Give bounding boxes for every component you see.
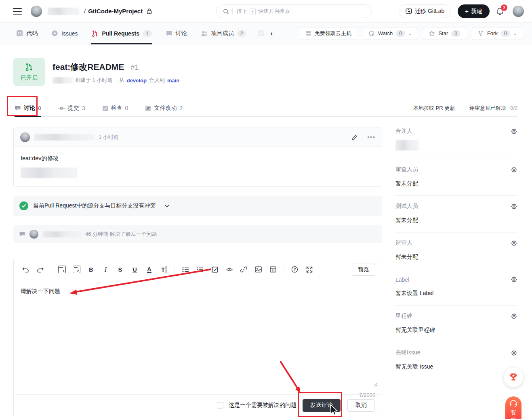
pr-tab-discussion[interactable]: 讨论 0 bbox=[15, 100, 41, 117]
comment-avatar[interactable] bbox=[20, 132, 30, 142]
italic-icon[interactable]: I bbox=[100, 264, 111, 275]
customer-support-floating-button[interactable]: 客服 bbox=[505, 396, 521, 419]
timeline-author-blurred bbox=[42, 231, 81, 237]
new-button[interactable]: + 新建 bbox=[458, 4, 490, 18]
tab-code[interactable]: 代码 bbox=[16, 23, 38, 44]
sidebar-section-assessors: 评审人 暂未分配 bbox=[395, 233, 517, 269]
send-comment-button[interactable]: 发送评论 bbox=[303, 399, 341, 412]
free-cloud-host-button[interactable]: 免费领取云主机 bbox=[300, 27, 357, 40]
timeline-time: 46 分钟前 bbox=[85, 231, 108, 237]
redo-icon[interactable] bbox=[35, 264, 46, 275]
hamburger-menu-icon[interactable] bbox=[13, 8, 22, 15]
font-color-icon[interactable]: A bbox=[144, 264, 155, 275]
notifications-button[interactable]: 3 bbox=[496, 7, 504, 15]
source-branch-link[interactable]: develop bbox=[127, 78, 147, 84]
table-icon[interactable] bbox=[267, 264, 278, 275]
pr-tab-bar: 讨论 0 提交 3 检查 0 文件改动 2 本地拉取 PR 更新 评审意见已解决… bbox=[13, 100, 517, 117]
strikethrough-icon[interactable]: S bbox=[115, 264, 126, 275]
gitcode-pr-page: / GitCode-MyProject 按下 / 快速开启搜索 迁移 GitLa… bbox=[0, 0, 532, 419]
bold-icon[interactable]: B bbox=[86, 264, 97, 275]
code-block-icon[interactable]: </> bbox=[224, 264, 235, 275]
tab-issues[interactable]: Issues bbox=[51, 23, 78, 44]
pr-tab-commits[interactable]: 提交 3 bbox=[58, 100, 85, 117]
assessors-gear-icon[interactable] bbox=[511, 240, 517, 247]
tab-members[interactable]: 项目成员 2 bbox=[201, 23, 246, 44]
more-actions-icon[interactable]: ••• bbox=[367, 134, 375, 141]
trophy-icon bbox=[508, 372, 519, 383]
conflict-expand-chevron-icon[interactable] bbox=[164, 204, 170, 207]
label-gear-icon[interactable] bbox=[511, 276, 517, 283]
sidebar-section-milestone: 里程碑 暂无关联里程碑 bbox=[395, 306, 517, 342]
ordered-list-icon[interactable] bbox=[195, 264, 206, 275]
bullet-list-icon[interactable] bbox=[180, 264, 191, 275]
statistics-icon[interactable] bbox=[257, 30, 265, 37]
timeline-avatar[interactable] bbox=[29, 230, 38, 239]
edit-pencil-icon[interactable] bbox=[351, 134, 358, 140]
file-changes-icon bbox=[145, 105, 151, 111]
needs-resolution-checkbox[interactable] bbox=[217, 402, 223, 409]
check-circle-icon bbox=[19, 201, 28, 210]
milestone-gear-icon[interactable] bbox=[511, 313, 517, 320]
preview-button[interactable]: 预览 bbox=[352, 264, 375, 276]
cancel-button[interactable]: 取消 bbox=[347, 399, 375, 412]
pr-state-badge: 已开启 bbox=[13, 58, 45, 86]
editor-footer: 这是一个需要被解决的问题 发送评论 取消 bbox=[14, 394, 382, 416]
checks-icon bbox=[102, 105, 108, 111]
user-avatar[interactable] bbox=[513, 6, 524, 17]
code-icon bbox=[16, 30, 23, 37]
star-count-badge: 0 bbox=[451, 30, 461, 37]
pr-description-card: 1 小时前 ••• feat:dev的修改 bbox=[13, 128, 382, 187]
resolved-count: 0/0 bbox=[510, 105, 517, 111]
export-icon bbox=[406, 8, 412, 14]
comment-header: 1 小时前 ••• bbox=[14, 128, 382, 147]
heading2-icon[interactable]: 2 bbox=[71, 264, 82, 275]
target-branch-link[interactable]: main bbox=[167, 78, 179, 84]
nav-overflow-chevron-icon[interactable]: › bbox=[270, 30, 272, 37]
project-name[interactable]: GitCode-MyProject bbox=[88, 8, 143, 15]
fork-icon bbox=[477, 30, 484, 37]
font-size-icon[interactable]: T bbox=[158, 264, 169, 275]
pull-pr-update-link[interactable]: 本地拉取 PR 更新 bbox=[413, 105, 455, 112]
watch-button[interactable]: Watch 0 ⌄ bbox=[363, 27, 417, 40]
testers-gear-icon[interactable] bbox=[511, 203, 517, 210]
star-icon bbox=[429, 30, 435, 37]
chat-icon bbox=[166, 30, 172, 37]
sidebar-section-testers: 测试人员 暂未分配 bbox=[395, 196, 517, 233]
resize-handle-icon[interactable] bbox=[372, 381, 378, 388]
notification-badge: 3 bbox=[501, 4, 507, 11]
pr-sidebar: 合并人 审查人员 暂未分配 测试人员 暂未分配 评审人 暂未分配 bbox=[395, 121, 517, 379]
review-resolved-status[interactable]: 评审意见已解决 0/0 bbox=[469, 105, 517, 112]
link-icon[interactable] bbox=[238, 264, 249, 275]
comment-textarea[interactable]: 请解决一下问题 bbox=[14, 280, 382, 395]
rewards-floating-button[interactable] bbox=[504, 368, 523, 387]
watch-dropdown-chevron-icon[interactable]: ⌄ bbox=[408, 31, 412, 36]
fork-button[interactable]: Fork 0 ⌄ bbox=[472, 27, 522, 40]
fullscreen-icon[interactable] bbox=[304, 264, 315, 275]
tab-discussions[interactable]: 讨论 bbox=[166, 23, 187, 44]
search-input[interactable]: 按下 / 快速开启搜索 bbox=[216, 4, 372, 18]
migrate-gitlab-button[interactable]: 迁移 GitLab bbox=[399, 4, 451, 18]
timeline-comment-icon bbox=[19, 231, 25, 237]
underline-icon[interactable]: U bbox=[129, 264, 140, 275]
task-list-icon[interactable] bbox=[209, 264, 220, 275]
timeline-event: 46 分钟前 解决了最后一个问题 bbox=[13, 225, 382, 243]
headset-icon bbox=[509, 399, 518, 407]
fork-dropdown-chevron-icon[interactable]: ⌄ bbox=[513, 31, 517, 36]
heading1-icon[interactable]: 1 bbox=[57, 264, 67, 275]
undo-icon[interactable] bbox=[20, 264, 31, 275]
sidebar-section-reviewers: 审查人员 暂未分配 bbox=[395, 159, 517, 196]
path-separator: / bbox=[84, 8, 86, 15]
help-icon[interactable] bbox=[289, 264, 300, 275]
comment-editor: 1 2 B I S U A T </> 预览 请解决一下问题 7/8000 bbox=[13, 259, 382, 416]
linked-issue-gear-icon[interactable] bbox=[511, 350, 517, 356]
pr-tab-file-changes[interactable]: 文件改动 2 bbox=[145, 100, 183, 117]
comment-time: 1 小时前 bbox=[99, 134, 119, 141]
discussion-icon bbox=[15, 105, 21, 111]
star-button[interactable]: Star 0 bbox=[423, 27, 466, 40]
tab-pull-requests[interactable]: Pull Requests 1 bbox=[91, 23, 151, 44]
org-avatar[interactable] bbox=[31, 6, 42, 17]
image-icon[interactable] bbox=[253, 264, 264, 275]
merger-gear-icon[interactable] bbox=[511, 128, 517, 135]
pr-tab-checks[interactable]: 检查 0 bbox=[102, 100, 128, 117]
reviewers-gear-icon[interactable] bbox=[511, 166, 517, 173]
